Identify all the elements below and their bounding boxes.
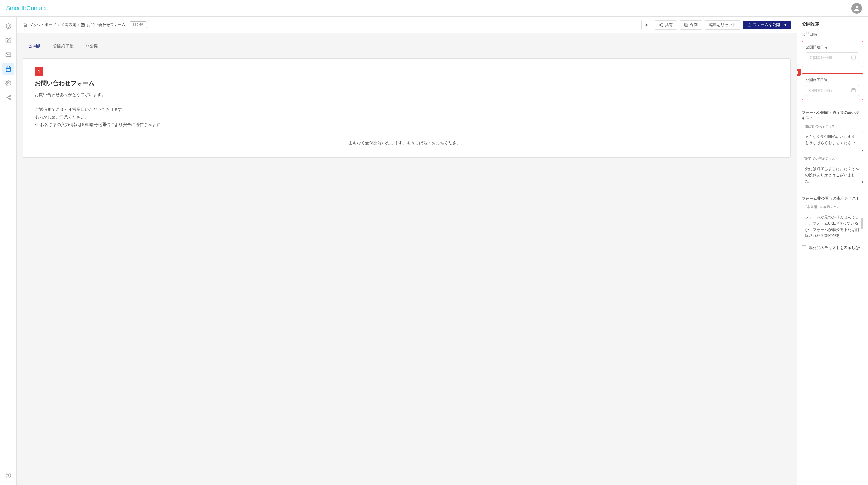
sidebar-item-calendar[interactable] bbox=[2, 63, 14, 75]
main-content: ダッシュボード / 公開設定 / お問い合わせフォーム 非公開 共有 保存 編集… bbox=[17, 17, 797, 165]
svg-line-21 bbox=[660, 24, 662, 24]
panel-start-date-label: 公開開始日時 bbox=[806, 45, 859, 50]
sidebar-item-settings[interactable] bbox=[2, 77, 14, 89]
step-badge-2: 2 bbox=[797, 69, 801, 76]
sidebar bbox=[0, 17, 17, 165]
svg-rect-0 bbox=[6, 67, 10, 71]
svg-point-17 bbox=[662, 23, 663, 24]
panel-date-section-title: 公開日時 bbox=[802, 32, 863, 37]
form-divider bbox=[35, 133, 778, 133]
panel-start-date-input[interactable]: 公開開始日時 bbox=[806, 52, 859, 63]
share-icon bbox=[659, 23, 663, 27]
breadcrumb-current: お問い合わせフォーム bbox=[87, 22, 125, 28]
svg-point-19 bbox=[662, 26, 663, 27]
save-button[interactable]: 保存 bbox=[680, 20, 702, 30]
user-avatar[interactable] bbox=[851, 3, 862, 14]
preview-button[interactable] bbox=[642, 20, 652, 30]
svg-line-8 bbox=[7, 98, 9, 99]
tab-private[interactable]: 非公開 bbox=[80, 40, 104, 52]
reset-button[interactable]: 編集をリセット bbox=[705, 20, 741, 30]
form-title: お問い合わせフォーム bbox=[35, 79, 778, 87]
form-description: お問い合わせありがとうございます。 ご返信までに３～４営業日いただいております。… bbox=[35, 91, 778, 128]
publish-icon bbox=[747, 23, 751, 27]
form-before-open-text: まもなく受付開始いたします。もうしばらくおまちください。 bbox=[35, 138, 778, 148]
logo-part1: Smooth bbox=[6, 5, 27, 11]
step-badge-1: 1 bbox=[35, 67, 43, 76]
sidebar-item-edit[interactable] bbox=[2, 34, 14, 46]
panel-after-text-block: [終了後]の表示テキスト 受付は終了しました。たくさんの投稿ありがとうございまし… bbox=[802, 156, 863, 165]
breadcrumb-home[interactable]: ダッシュボード bbox=[29, 22, 56, 28]
tab-after-close[interactable]: 公開終了後 bbox=[47, 40, 80, 52]
panel-end-date-block: 公開終了日時 公開開始日時 bbox=[802, 73, 863, 100]
calendar-icon-end bbox=[851, 88, 856, 93]
publish-button[interactable]: フォームを公開 ▾ bbox=[743, 21, 791, 29]
sidebar-item-layers[interactable] bbox=[2, 20, 14, 32]
panel-before-text-label: [開始前]の表示テキスト bbox=[802, 124, 840, 129]
share-button[interactable]: 共有 bbox=[655, 20, 677, 30]
right-panel: 公開設定 公開日時 公開開始日時 公開開始日時 2 公開終了日時 公開開始日時 … bbox=[797, 17, 868, 165]
panel-end-date-input[interactable]: 公開開始日時 bbox=[806, 85, 859, 96]
toolbar: ダッシュボード / 公開設定 / お問い合わせフォーム 非公開 共有 保存 編集… bbox=[17, 17, 797, 33]
panel-before-text-area[interactable]: まもなく受付開始いたします。もうしばらくおまちください。 bbox=[802, 131, 863, 152]
panel-after-text-label: [終了後]の表示テキスト bbox=[802, 156, 840, 161]
save-icon bbox=[684, 23, 688, 27]
panel-title: 公開設定 bbox=[802, 22, 863, 27]
panel-after-text-area[interactable]: 受付は終了しました。たくさんの投稿ありがとうございました。 bbox=[802, 163, 863, 165]
tabs: 公開前 公開終了後 非公開 bbox=[23, 40, 791, 52]
breadcrumb-section[interactable]: 公開設定 bbox=[61, 22, 76, 28]
panel-start-date-block: 公開開始日時 公開開始日時 bbox=[802, 41, 863, 67]
status-badge: 非公開 bbox=[130, 22, 147, 28]
toolbar-actions: 共有 保存 編集をリセット フォームを公開 ▾ bbox=[642, 20, 791, 30]
content-area: 公開前 公開終了後 非公開 1 お問い合わせフォーム お問い合わせありがとうござ… bbox=[17, 33, 797, 165]
panel-display-text-header: フォーム公開前・終了後の表示テキスト bbox=[802, 110, 863, 121]
panel-divider-1 bbox=[802, 105, 863, 105]
sidebar-item-share[interactable] bbox=[2, 92, 14, 103]
breadcrumb-sep2: / bbox=[78, 23, 80, 27]
top-header: SmoothContact bbox=[0, 0, 868, 17]
form-icon bbox=[81, 23, 85, 27]
svg-rect-26 bbox=[851, 89, 855, 92]
svg-line-20 bbox=[660, 25, 662, 26]
panel-before-text-block: [開始前]の表示テキスト まもなく受付開始いたします。もうしばらくおまちください… bbox=[802, 124, 863, 153]
publish-chevron[interactable]: ▾ bbox=[782, 23, 786, 27]
tab-before-open[interactable]: 公開前 bbox=[23, 40, 47, 52]
panel-end-date-label: 公開終了日時 bbox=[806, 77, 859, 83]
sidebar-item-mail[interactable] bbox=[2, 49, 14, 61]
panel-display-text-section: フォーム公開前・終了後の表示テキスト [開始前]の表示テキスト まもなく受付開始… bbox=[802, 110, 863, 165]
app-logo: SmoothContact bbox=[6, 5, 47, 11]
svg-point-18 bbox=[660, 24, 661, 26]
breadcrumb-sep1: / bbox=[58, 23, 59, 27]
logo-part2: Contact bbox=[27, 5, 47, 11]
svg-rect-22 bbox=[851, 56, 855, 59]
svg-point-4 bbox=[7, 83, 9, 84]
calendar-icon-start bbox=[851, 55, 856, 61]
svg-line-9 bbox=[7, 96, 9, 97]
home-icon bbox=[23, 23, 27, 27]
form-preview: 1 お問い合わせフォーム お問い合わせありがとうございます。 ご返信までに３～４… bbox=[23, 58, 791, 158]
breadcrumb: ダッシュボード / 公開設定 / お問い合わせフォーム 非公開 bbox=[23, 22, 638, 28]
svg-marker-16 bbox=[646, 23, 648, 27]
